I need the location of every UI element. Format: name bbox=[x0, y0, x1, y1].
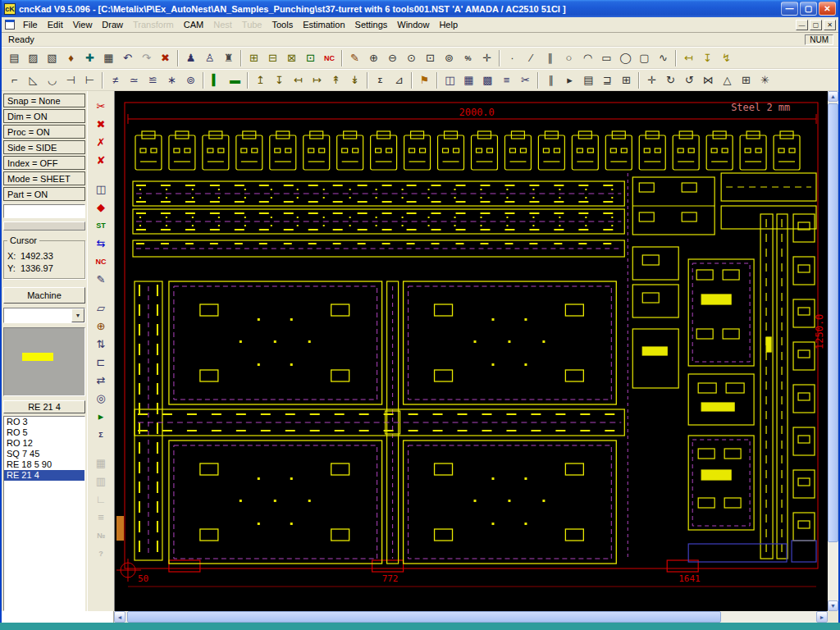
auto-punch-icon[interactable]: ⊞ bbox=[244, 49, 263, 67]
mdi-close-button[interactable]: ✕ bbox=[824, 20, 836, 30]
menu-item[interactable]: Estimation bbox=[298, 18, 349, 31]
common-punch-icon[interactable]: ⊟ bbox=[263, 49, 282, 67]
dim-diagonal-icon[interactable]: ↯ bbox=[717, 49, 736, 67]
tool-left-icon[interactable]: ↤ bbox=[289, 71, 308, 89]
save-icon[interactable]: ▦ bbox=[99, 49, 118, 67]
zoom-out-icon[interactable]: ⊖ bbox=[383, 49, 402, 67]
balance-icon[interactable]: ⊒ bbox=[598, 71, 617, 89]
chamfer-icon[interactable]: ◺ bbox=[24, 71, 43, 89]
close-button[interactable]: ✕ bbox=[819, 2, 836, 16]
draw-ellipse-icon[interactable]: ◯ bbox=[616, 49, 635, 67]
scroll-right-icon[interactable]: ► bbox=[816, 611, 828, 623]
menu-item[interactable]: Edit bbox=[43, 18, 68, 31]
delete-icon[interactable]: ✖ bbox=[156, 49, 175, 67]
draw-parallel-icon[interactable]: ∥ bbox=[541, 49, 559, 67]
cascade-icon[interactable]: ▩ bbox=[478, 71, 497, 89]
tool-up-icon[interactable]: ↥ bbox=[251, 71, 270, 89]
menu-item[interactable]: Tools bbox=[267, 18, 299, 31]
menu-item[interactable]: Transform bbox=[128, 18, 179, 31]
status-toggle[interactable]: Part = ON bbox=[3, 187, 85, 201]
stats-icon[interactable]: ⊿ bbox=[390, 71, 409, 89]
green-line-icon[interactable]: ▍ bbox=[207, 71, 226, 89]
mdi-restore-button[interactable]: ▢ bbox=[810, 20, 822, 30]
vertical-scrollbar[interactable]: ▲ ▼ bbox=[828, 91, 838, 611]
dim-vertical-icon[interactable]: ↧ bbox=[698, 49, 717, 67]
machine-combobox[interactable]: ▼ bbox=[3, 308, 85, 323]
draw-arc-icon[interactable]: ◠ bbox=[578, 49, 597, 67]
status-toggle[interactable]: Snap = None bbox=[3, 94, 85, 107]
repositioning-icon[interactable]: ⇄ bbox=[91, 372, 111, 389]
draw-line-icon[interactable]: ∕ bbox=[522, 49, 541, 67]
fillet-icon[interactable]: ◡ bbox=[43, 71, 62, 89]
nc-code-icon[interactable]: NC bbox=[91, 253, 111, 270]
menu-item[interactable]: Draw bbox=[97, 18, 128, 31]
scroll-left-icon[interactable]: ◄ bbox=[114, 611, 126, 623]
run-icon[interactable]: ▸ bbox=[560, 71, 579, 89]
punch-tool-icon[interactable]: ♟ bbox=[181, 49, 200, 67]
tool-list-item[interactable]: RE 21 4 bbox=[4, 470, 84, 481]
status-toggle[interactable]: Proc = ON bbox=[3, 125, 85, 139]
extend-icon[interactable]: ⊢ bbox=[80, 71, 99, 89]
time-study-icon[interactable]: Σ bbox=[91, 426, 111, 443]
sum-icon[interactable]: Σ bbox=[371, 71, 390, 89]
menu-item[interactable]: Help bbox=[434, 18, 463, 31]
frame-icon[interactable]: ⊞ bbox=[617, 71, 636, 89]
undo-icon[interactable]: ↶ bbox=[118, 49, 137, 67]
print-icon[interactable]: ▤ bbox=[5, 49, 24, 67]
scale-icon[interactable]: △ bbox=[718, 71, 737, 89]
mdi-minimize-button[interactable]: — bbox=[796, 20, 808, 30]
tool-list-item[interactable]: RO 12 bbox=[4, 438, 84, 449]
menu-item[interactable]: Tube bbox=[237, 18, 267, 31]
context-help-icon[interactable]: ? bbox=[91, 545, 111, 562]
layers2-icon[interactable]: ≡ bbox=[91, 509, 111, 526]
tool-list-item[interactable]: SQ 7 45 bbox=[4, 449, 84, 459]
sheet-icon[interactable]: ⊡ bbox=[301, 49, 320, 67]
reverse-direction-icon[interactable]: ⇆ bbox=[91, 235, 111, 252]
scroll-down-icon[interactable]: ▼ bbox=[828, 600, 838, 611]
delete-processing-icon[interactable]: ✂ bbox=[91, 98, 111, 115]
maximize-button[interactable]: ▢ bbox=[800, 2, 817, 16]
nc-generate-icon[interactable]: NC bbox=[320, 49, 339, 67]
sort-tools-icon[interactable]: ST bbox=[91, 217, 111, 234]
windows-icon[interactable]: ◫ bbox=[441, 71, 459, 89]
destruct-icon[interactable]: ∗ bbox=[162, 71, 181, 89]
grid-icon[interactable]: ▦ bbox=[91, 454, 111, 472]
tool-list-item[interactable]: RO 3 bbox=[4, 417, 84, 427]
tool-right-icon[interactable]: ↦ bbox=[308, 71, 326, 89]
punch-arc-icon[interactable]: ≃ bbox=[125, 71, 144, 89]
turret-view-icon[interactable]: ◎ bbox=[91, 390, 111, 407]
clamps-icon[interactable]: ⊏ bbox=[91, 354, 111, 371]
horizontal-scroll-track[interactable] bbox=[126, 611, 816, 623]
layers-icon[interactable]: ▤ bbox=[579, 71, 598, 89]
simulation-icon[interactable]: ▸ bbox=[91, 408, 111, 425]
open-file-icon[interactable]: ▨ bbox=[24, 49, 43, 67]
machine-button[interactable]: Machine bbox=[3, 287, 85, 304]
snap-grid-icon[interactable]: ▥ bbox=[91, 472, 111, 490]
corner-icon[interactable]: ⌐ bbox=[5, 71, 24, 89]
drawing-area[interactable]: 2000.0 Steel 2 mm 1250.0 50 772 1641 bbox=[114, 91, 828, 611]
zoom-scale-icon[interactable]: % bbox=[459, 49, 477, 67]
horizontal-scrollbar[interactable]: ◄ ► bbox=[114, 611, 828, 623]
filter-field[interactable] bbox=[3, 204, 85, 218]
draw-pencil-icon[interactable]: ✎ bbox=[345, 49, 364, 67]
status-toggle[interactable]: Index = OFF bbox=[3, 156, 85, 170]
inch-icon[interactable]: ↡ bbox=[345, 71, 364, 89]
draw-polyline-icon[interactable]: ∿ bbox=[654, 49, 673, 67]
part-properties-icon[interactable]: ▱ bbox=[91, 299, 111, 317]
array-icon[interactable]: ⊞ bbox=[737, 71, 756, 89]
wheel-tool-icon[interactable]: ⊚ bbox=[181, 71, 200, 89]
step-sequence-icon[interactable]: ⇅ bbox=[91, 336, 111, 353]
tool-list-item[interactable]: RO 5 bbox=[4, 427, 84, 438]
zoom-in-icon[interactable]: ⊕ bbox=[364, 49, 383, 67]
tool-down-icon[interactable]: ↧ bbox=[270, 71, 289, 89]
flag-icon[interactable]: ⚑ bbox=[415, 71, 434, 89]
minimize-button[interactable]: — bbox=[781, 2, 798, 16]
punch-area-icon[interactable]: ≌ bbox=[144, 71, 162, 89]
menu-item[interactable]: Window bbox=[392, 18, 434, 31]
punch-here-icon[interactable]: ⊕ bbox=[91, 317, 111, 335]
shear-icon[interactable]: ✂ bbox=[516, 71, 535, 89]
edit-sheet-icon[interactable]: ✎ bbox=[91, 271, 111, 288]
vertical-scroll-thumb[interactable] bbox=[828, 103, 838, 542]
pause-icon[interactable]: ∥ bbox=[541, 71, 560, 89]
menu-item[interactable]: View bbox=[68, 18, 98, 31]
